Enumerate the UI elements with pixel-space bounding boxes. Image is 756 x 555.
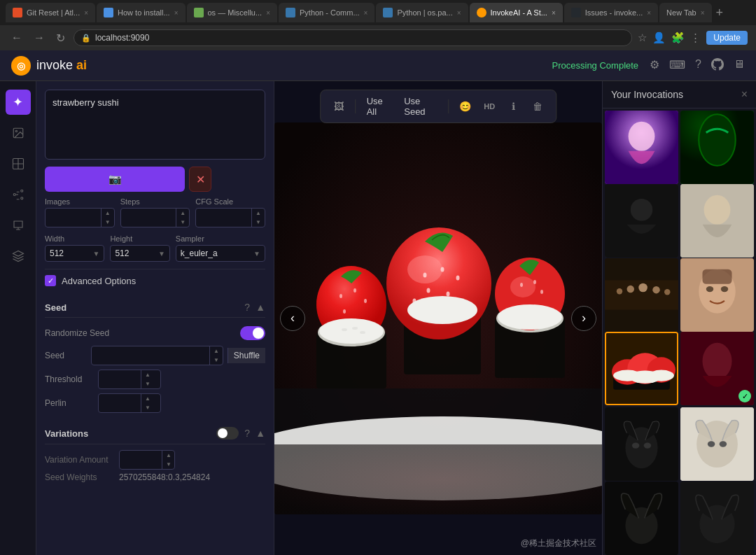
menu-icon[interactable]: ⋮ — [690, 31, 701, 44]
sidebar-icon-gallery[interactable] — [6, 120, 31, 146]
tab-close[interactable]: × — [457, 9, 461, 17]
tab-close[interactable]: × — [84, 9, 88, 17]
forward-button[interactable]: → — [31, 30, 48, 45]
update-button[interactable]: Update — [706, 31, 748, 45]
images-down[interactable]: ▼ — [102, 218, 114, 227]
extensions-icon[interactable]: 🧩 — [671, 31, 685, 44]
steps-up[interactable]: ▲ — [176, 209, 189, 218]
back-button[interactable]: ← — [8, 30, 25, 45]
info-button[interactable]: ℹ — [505, 97, 524, 116]
invocation-thumb-1[interactable] — [605, 111, 678, 184]
variations-help-icon[interactable]: ? — [244, 428, 250, 439]
variation-amount-input[interactable]: 0.1 — [120, 452, 162, 468]
tab-os-misc[interactable]: os — Miscellu... × — [187, 3, 277, 22]
invocation-thumb-sushi[interactable] — [605, 332, 678, 405]
seed-input[interactable]: 3025360737 — [92, 348, 209, 363]
threshold-up[interactable]: ▲ — [141, 370, 154, 379]
canvas-toolbar: 🖼 Use All Use Seed 😊 HD ℹ 🗑 — [320, 90, 556, 123]
images-input[interactable]: 1 — [46, 210, 101, 226]
perlin-down[interactable]: ▼ — [141, 403, 154, 412]
reload-button[interactable]: ↻ — [53, 30, 68, 46]
cfg-input[interactable]: 10 — [196, 210, 251, 226]
generate-button[interactable]: 📷 — [45, 167, 185, 192]
tab-invokeai[interactable]: InvokeAI - A St... × — [470, 3, 563, 22]
tab-close[interactable]: × — [266, 9, 270, 17]
cfg-up[interactable]: ▲ — [252, 209, 265, 218]
threshold-input[interactable]: 0 — [99, 372, 141, 387]
tab-close[interactable]: × — [364, 9, 368, 17]
keyboard-icon[interactable]: ⌨ — [669, 58, 685, 73]
perlin-up[interactable]: ▲ — [141, 394, 154, 403]
threshold-down[interactable]: ▼ — [141, 379, 154, 388]
invocation-thumb-8[interactable]: ✓ — [680, 332, 754, 405]
images-up[interactable]: ▲ — [102, 209, 114, 218]
tab-how-to-install[interactable]: How to install... × — [97, 3, 185, 22]
variation-up[interactable]: ▲ — [162, 451, 175, 460]
width-chevron-icon: ▼ — [89, 250, 104, 258]
bookmark-icon[interactable]: ☆ — [638, 31, 647, 44]
width-select[interactable]: 5122567681024 — [46, 246, 89, 261]
github-icon[interactable] — [711, 58, 724, 73]
face-restore-button[interactable]: 😊 — [456, 97, 475, 116]
tab-close[interactable]: × — [552, 9, 556, 17]
invocation-thumb-6[interactable] — [680, 258, 754, 332]
height-chevron-icon: ▼ — [154, 250, 169, 258]
cfg-down[interactable]: ▼ — [252, 218, 265, 227]
help-icon[interactable]: ? — [695, 58, 701, 73]
invocation-thumb-4[interactable] — [680, 184, 754, 258]
settings-icon[interactable]: ⚙ — [650, 58, 659, 73]
invocations-header: Your Invocations × — [603, 81, 756, 108]
invocation-thumb-12[interactable] — [680, 482, 754, 555]
address-bar[interactable]: 🔒 localhost:9090 — [74, 29, 632, 46]
invocation-thumb-9[interactable] — [605, 407, 678, 481]
perlin-input[interactable]: 0.5 — [99, 395, 141, 411]
next-image-button[interactable]: › — [571, 306, 596, 331]
variations-toggle[interactable] — [216, 427, 239, 440]
tab-issues[interactable]: Issues - invoke... × — [564, 3, 658, 22]
tab-new-tab[interactable]: New Tab × — [659, 3, 711, 22]
invocation-thumb-11[interactable] — [605, 482, 678, 555]
display-icon[interactable]: 🖥 — [734, 58, 745, 73]
cancel-button[interactable]: ✕ — [189, 167, 211, 192]
sidebar-icon-training[interactable] — [6, 213, 31, 238]
steps-down[interactable]: ▼ — [176, 218, 189, 227]
invocation-thumb-5[interactable] — [605, 258, 678, 332]
delete-button[interactable]: 🗑 — [528, 97, 547, 116]
invocation-thumb-10[interactable] — [680, 407, 754, 481]
advanced-options-header[interactable]: ✓ Advanced Options — [45, 269, 265, 292]
tab-close[interactable]: × — [174, 9, 178, 17]
tab-python-os[interactable]: Python | os.pa... × — [376, 3, 468, 22]
new-tab-button[interactable]: + — [716, 6, 724, 20]
use-all-button[interactable]: Use All — [363, 94, 395, 118]
sampler-select[interactable]: k_euler_ak_eulerk_lmsddim — [176, 246, 249, 261]
variation-down[interactable]: ▼ — [162, 460, 175, 469]
profile-icon[interactable]: 👤 — [652, 31, 666, 44]
prev-image-button[interactable]: ‹ — [280, 306, 305, 331]
invocation-thumb-3[interactable] — [605, 184, 678, 258]
use-seed-button[interactable]: Use Seed — [400, 94, 441, 118]
tab-close[interactable]: × — [647, 9, 651, 17]
canvas-image-button[interactable]: 🖼 — [329, 97, 348, 116]
variations-collapse-icon[interactable]: ▲ — [255, 428, 265, 439]
seed-help-icon[interactable]: ? — [244, 302, 250, 313]
advanced-options-checkbox[interactable]: ✓ — [45, 275, 56, 286]
steps-input[interactable]: 50 — [121, 210, 176, 226]
sidebar-icon-models[interactable] — [6, 244, 31, 269]
height-select[interactable]: 5122567681024 — [111, 246, 154, 261]
randomize-seed-toggle[interactable] — [240, 326, 265, 340]
upscale-button[interactable]: HD — [480, 97, 499, 116]
seed-collapse-icon[interactable]: ▲ — [255, 302, 265, 313]
tab-close[interactable]: × — [701, 9, 705, 17]
shuffle-button[interactable]: Shuffle — [227, 348, 265, 363]
sidebar-icon-generate[interactable]: ✦ — [6, 90, 31, 115]
invocations-close-button[interactable]: × — [741, 88, 748, 101]
tab-git-reset[interactable]: Git Reset | Atl... × — [6, 3, 95, 22]
sidebar-icon-canvas[interactable] — [6, 151, 31, 176]
tab-python-comm[interactable]: Python - Comm... × — [279, 3, 374, 22]
invocation-thumb-2[interactable] — [680, 111, 754, 184]
sidebar-icon-nodes[interactable] — [6, 182, 31, 207]
seed-up[interactable]: ▲ — [210, 346, 223, 356]
prompt-textarea[interactable]: strawberry sushi — [45, 90, 265, 160]
seed-down[interactable]: ▼ — [210, 356, 223, 365]
threshold-input-wrapper: 0 ▲ ▼ — [98, 370, 161, 389]
